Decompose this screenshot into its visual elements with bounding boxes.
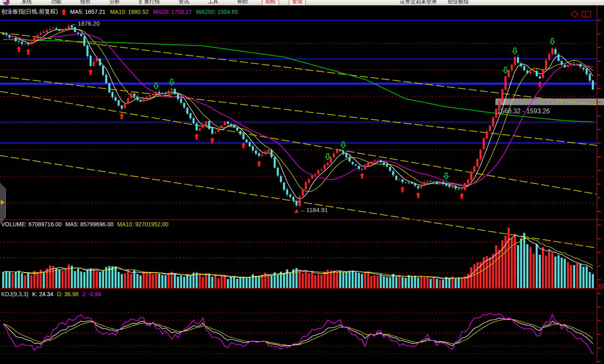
- app-logo-icon: [3, 0, 10, 5]
- app-window: ←1876.20←1184.911568.32 - 1593.26 系统功能报价…: [0, 0, 604, 364]
- indicator-ma10: MA10: 1680.52: [110, 9, 148, 15]
- svg-text:1568.32 - 1593.26: 1568.32 - 1593.26: [497, 108, 550, 115]
- sell-arrow-icon: [444, 173, 449, 179]
- buy-arrow-icon: [400, 186, 405, 193]
- menu-item[interactable]: 报价: [80, 0, 91, 5]
- buy-arrow-icon: [257, 160, 261, 167]
- main-chart-header: 创业板指(日线.前复权) MA5: 1657.21MA10: 1680.52MA…: [1, 8, 238, 15]
- indicator-j: J: -0.94: [82, 291, 101, 297]
- ma-indicator-values: MA5: 1657.21MA10: 1680.52MA20: 1703.17MA…: [70, 9, 238, 15]
- volume-unit-label: X10000: [598, 283, 604, 289]
- login-status[interactable]: 证券交易未登录: [400, 0, 437, 5]
- menu-bar: 系统功能报价分析扩展行情资讯工具帮助期权发现 证券交易未登录 创业板指: [0, 0, 604, 6]
- sell-arrow-icon: [325, 154, 330, 160]
- chart-title: 创业板指(日线.前复权): [1, 8, 58, 15]
- indicator-vol-ma5: MA5: 85799696.00: [65, 221, 113, 228]
- kdj-header: KDJ(9,3,3)K: 24.34D: 36.98J: -0.94: [1, 291, 101, 297]
- signal-up-arrow-icon: [61, 9, 66, 15]
- indicator-vol-ma10: MA10: 92701952.00: [117, 221, 168, 228]
- kdj-panel: [0, 312, 597, 354]
- sell-arrow-icon: [550, 39, 554, 45]
- current-symbol[interactable]: 创业板指: [447, 0, 469, 5]
- main-menu: 系统功能报价分析扩展行情资讯工具帮助期权发现: [12, 0, 311, 6]
- indicator-d: D: 36.98: [57, 291, 78, 297]
- volume-header: VOLUME: 67089716.00MA5: 85799696.00MA10:…: [1, 221, 168, 228]
- menu-item[interactable]: 系统: [22, 0, 32, 5]
- menu-item[interactable]: 工具: [208, 0, 218, 5]
- menu-item[interactable]: 分析: [109, 0, 120, 5]
- indicator-ma20: MA20: 1703.17: [153, 9, 192, 15]
- indicator-ma5: MA5: 1657.21: [70, 9, 105, 15]
- main-price-panel: ←1876.20←1184.911568.32 - 1593.26: [0, 20, 604, 248]
- expand-right-icon: [1, 200, 4, 205]
- menu-item-highlight[interactable]: 发现: [289, 0, 306, 6]
- chart-corner-tools: [571, 11, 591, 18]
- indicator-volume: VOLUME: 67089716.00: [1, 221, 62, 228]
- indicator-kdj: KDJ(9,3,3): [1, 291, 28, 297]
- sell-arrow-icon: [512, 48, 517, 54]
- svg-text:←1876.20: ←1876.20: [72, 20, 100, 27]
- buy-arrow-icon: [360, 173, 364, 179]
- svg-text:←1184.91: ←1184.91: [300, 206, 328, 213]
- menu-item[interactable]: 功能: [51, 0, 61, 5]
- split-window-icon[interactable]: [582, 11, 591, 18]
- signal-arrows: [17, 39, 555, 199]
- buy-arrow-icon: [17, 46, 21, 52]
- volume-panel: [0, 228, 597, 288]
- menu-item[interactable]: 扩展行情: [139, 0, 160, 5]
- buy-arrow-icon: [416, 192, 421, 198]
- sidebar-flyout-tab[interactable]: [0, 183, 6, 223]
- buy-arrow-icon: [26, 49, 31, 55]
- buy-arrow-icon: [194, 134, 199, 140]
- menu-item[interactable]: 帮助: [237, 0, 248, 5]
- candlesticks: [2, 23, 594, 208]
- diamond-tool-icon[interactable]: [571, 11, 578, 18]
- buy-arrow-icon: [120, 113, 124, 119]
- indicator-ma250: MA250: 1504.65: [196, 9, 238, 15]
- price-volume-kdj-chart[interactable]: ←1876.20←1184.911568.32 - 1593.26: [0, 0, 604, 364]
- menu-item[interactable]: 资讯: [179, 0, 189, 5]
- menu-item-highlight[interactable]: 期权: [262, 0, 279, 6]
- indicator-k: K: 24.34: [32, 291, 53, 297]
- buy-arrow-icon: [460, 193, 464, 199]
